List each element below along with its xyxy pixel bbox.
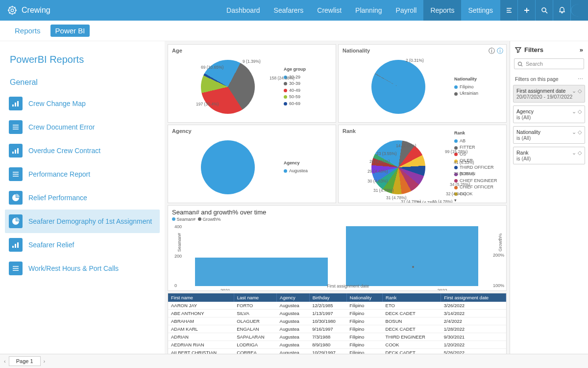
- list-icon: [9, 167, 23, 181]
- table-row[interactable]: ADRIANSAPALARANAugustea7/3/1988FilipinoT…: [168, 333, 506, 341]
- nav-settings[interactable]: Settings: [461, 0, 500, 21]
- pie-icon: [9, 191, 23, 205]
- filter-first-assignment-date[interactable]: First assignment date⌄ ◇20/07/2020 - 19/…: [513, 85, 585, 103]
- svg-rect-5: [17, 101, 19, 106]
- filter-agency[interactable]: Agency⌄ ◇is (All): [513, 105, 585, 123]
- bars-icon: [9, 238, 23, 252]
- sidebar-item-seafarer-demography-of-1st-assignment[interactable]: Seafarer Demography of 1st Assignment: [5, 210, 160, 233]
- sidebar-item-performance-report[interactable]: Performance Report: [5, 162, 160, 186]
- info-icon[interactable]: ⓘ: [489, 47, 495, 55]
- collapse-icon[interactable]: »: [580, 46, 583, 53]
- sidebar-item-crew-change-map[interactable]: Crew Change Map: [5, 92, 160, 115]
- sidebar-section: General: [5, 74, 160, 92]
- svg-rect-6: [12, 152, 14, 154]
- table-row[interactable]: ABRAHAMOLAGUERAugustea10/30/1980Filipino…: [168, 317, 506, 325]
- crumb-power-bi[interactable]: Power BI: [50, 25, 90, 37]
- align-icon[interactable]: [500, 0, 517, 21]
- top-icon-bar: [500, 0, 588, 21]
- sidebar-item-work-rest-hours-port-calls[interactable]: Work/Rest Hours & Port Calls: [5, 257, 160, 280]
- bell-icon[interactable]: [553, 0, 570, 21]
- filters-title: Filters: [524, 46, 543, 53]
- filter-search[interactable]: Search: [514, 58, 584, 69]
- pie-icon: [9, 214, 23, 228]
- svg-rect-7: [15, 150, 16, 154]
- bars-icon: [9, 97, 23, 110]
- filter-rank[interactable]: Rank⌄ ◇is (All): [513, 147, 585, 164]
- table-row[interactable]: ADAM KARLENGALANAugustea9/16/1997Filipin…: [168, 325, 506, 333]
- svg-rect-3: [12, 105, 14, 106]
- sidebar-title: PowerBI Reports: [5, 49, 160, 74]
- breadcrumb-bar: ReportsPower BI: [0, 21, 588, 41]
- crumb-reports[interactable]: Reports: [10, 25, 46, 37]
- report-canvas: Age158 (24.38%)215 (33.18%)197 (30.4%)69…: [165, 41, 510, 368]
- chart-rank[interactable]: Rank99 (15.28%)41 (6.33%)38 (5.86%)34 (5…: [338, 125, 507, 203]
- chart-growth[interactable]: Seaman# and growth% over time Seaman# Gr…: [168, 205, 507, 291]
- table-row[interactable]: AARON JAYFORTOAugustea12/2/1985FilipinoE…: [168, 302, 506, 310]
- search-icon: [517, 61, 523, 67]
- table-row[interactable]: ABE ANTHONYSILVAAugustea1/13/1997Filipin…: [168, 310, 506, 317]
- top-bar: Crewing DashboardSeafarersCrewlistPlanni…: [0, 0, 588, 21]
- sidebar-item-relief-performance[interactable]: Relief Performance: [5, 186, 160, 210]
- chart-agency[interactable]: Agency648 (100%)AgencyAugustea: [168, 125, 336, 203]
- svg-rect-8: [17, 148, 19, 154]
- nav-crewlist[interactable]: Crewlist: [310, 0, 348, 21]
- svg-rect-9: [12, 246, 14, 248]
- svg-point-1: [11, 9, 14, 12]
- nav-reports[interactable]: Reports: [423, 0, 461, 21]
- nav-planning[interactable]: Planning: [348, 0, 389, 21]
- app-logo: Crewing: [0, 5, 57, 16]
- svg-point-2: [542, 8, 546, 12]
- avatar[interactable]: [570, 0, 588, 21]
- sidebar: PowerBI Reports General Crew Change MapC…: [0, 41, 165, 368]
- more-icon[interactable]: ⋯: [578, 76, 583, 82]
- top-nav: DashboardSeafarersCrewlistPlanningPayrol…: [220, 0, 500, 21]
- svg-rect-10: [15, 244, 16, 248]
- filters-panel: Filters » Search Filters on this page⋯ F…: [510, 41, 588, 368]
- bars-icon: [9, 144, 23, 158]
- nav-payroll[interactable]: Payroll: [389, 0, 424, 21]
- table-row[interactable]: AEDRIAN RIANLODRIGAAugustea8/9/1980Filip…: [168, 341, 506, 349]
- nav-dashboard[interactable]: Dashboard: [220, 0, 267, 21]
- chart-age[interactable]: Age158 (24.38%)215 (33.18%)197 (30.4%)69…: [168, 44, 336, 123]
- filter-section-label: Filters on this page: [515, 76, 559, 82]
- plus-icon[interactable]: [517, 0, 535, 21]
- filter-icon: [515, 47, 521, 53]
- app-name: Crewing: [22, 6, 50, 15]
- pager: ‹ Page 1 ›: [165, 354, 510, 368]
- list-icon: [9, 262, 23, 275]
- svg-rect-11: [17, 242, 19, 248]
- nav-seafarers[interactable]: Seafarers: [267, 0, 311, 21]
- sidebar-item-crew-document-error[interactable]: Crew Document Error: [5, 115, 160, 139]
- filter-nationality[interactable]: Nationality⌄ ◇is (All): [513, 126, 585, 144]
- chart-nationality[interactable]: ⓘ ⓘNationality646 (99.69%)2 (0.31%)Natio…: [338, 44, 507, 123]
- sidebar-item-overdue-crew-contract[interactable]: Overdue Crew Contract: [5, 139, 160, 162]
- search-icon[interactable]: [535, 0, 553, 21]
- list-icon: [9, 120, 23, 134]
- svg-point-12: [518, 62, 522, 65]
- info-icon[interactable]: ⓘ: [497, 47, 503, 55]
- helm-icon: [7, 5, 18, 16]
- sidebar-item-seafarer-relief[interactable]: Seafarer Relief: [5, 233, 160, 257]
- svg-rect-4: [15, 103, 16, 106]
- filter-search-placeholder: Search: [526, 61, 543, 67]
